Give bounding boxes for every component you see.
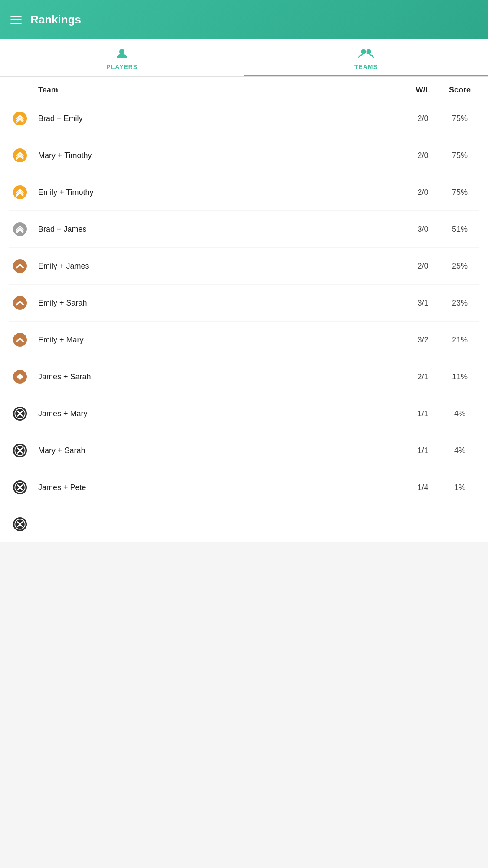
team-name-10: James + Pete: [38, 483, 406, 492]
team-score-10: 1%: [440, 483, 479, 492]
rank-icon-9: [9, 439, 31, 462]
tab-bar: PLAYERS TEAMS: [0, 39, 488, 77]
team-wl-5: 3/1: [406, 299, 440, 308]
rank-icon-6: [9, 329, 31, 351]
svg-point-7: [13, 259, 27, 273]
rank-icon-10: [9, 476, 31, 499]
team-name-6: Emily + Mary: [38, 335, 406, 345]
team-score-4: 25%: [440, 262, 479, 271]
svg-point-2: [366, 49, 371, 54]
team-score-5: 23%: [440, 299, 479, 308]
table-row: Mary + Timothy 2/0 75%: [9, 137, 479, 174]
table-row: Emily + Sarah 3/1 23%: [9, 285, 479, 322]
col-header-score: Score: [440, 85, 479, 95]
menu-button[interactable]: [10, 16, 22, 24]
team-score-9: 4%: [440, 446, 479, 455]
col-header-team: Team: [9, 85, 406, 95]
table-row: Emily + Timothy 2/0 75%: [9, 174, 479, 211]
table-header: Team W/L Score: [9, 77, 479, 100]
team-score-8: 4%: [440, 409, 479, 418]
team-score-1: 75%: [440, 151, 479, 160]
rank-icon-8: [9, 402, 31, 425]
team-wl-10: 1/4: [406, 483, 440, 492]
table-row: Emily + Mary 3/2 21%: [9, 322, 479, 358]
table-row: Brad + James 3/0 51%: [9, 211, 479, 248]
svg-point-9: [13, 333, 27, 347]
team-name-0: Brad + Emily: [38, 114, 406, 123]
team-name-7: James + Sarah: [38, 372, 406, 381]
team-name-9: Mary + Sarah: [38, 446, 406, 455]
team-score-3: 51%: [440, 225, 479, 234]
table-row: Emily + James 2/0 25%: [9, 248, 479, 285]
team-score-6: 21%: [440, 335, 479, 345]
rank-icon-4: [9, 255, 31, 277]
table-row: James + Sarah 2/1 11%: [9, 358, 479, 395]
tab-teams-label: TEAMS: [354, 63, 378, 70]
team-name-4: Emily + James: [38, 262, 406, 271]
team-name-1: Mary + Timothy: [38, 151, 406, 160]
svg-point-4: [13, 148, 27, 162]
tab-teams[interactable]: TEAMS: [244, 39, 488, 76]
table-row: Mary + Sarah 1/1 4%: [9, 432, 479, 469]
tab-players-label: PLAYERS: [106, 63, 138, 70]
svg-point-1: [361, 49, 366, 54]
table-row: [9, 506, 479, 542]
team-score-0: 75%: [440, 114, 479, 123]
team-wl-0: 2/0: [406, 114, 440, 123]
rank-icon-5: [9, 292, 31, 314]
teams-icon: [357, 47, 375, 61]
tab-players[interactable]: PLAYERS: [0, 39, 244, 76]
rank-icon-2: [9, 181, 31, 204]
svg-point-8: [13, 296, 27, 310]
team-score-2: 75%: [440, 188, 479, 197]
team-wl-2: 2/0: [406, 188, 440, 197]
team-name-5: Emily + Sarah: [38, 299, 406, 308]
team-wl-8: 1/1: [406, 409, 440, 418]
table-row: James + Mary 1/1 4%: [9, 395, 479, 432]
team-name-3: Brad + James: [38, 225, 406, 234]
rank-icon: [9, 513, 31, 536]
rank-icon-3: [9, 218, 31, 240]
player-icon: [115, 47, 129, 61]
team-wl-7: 2/1: [406, 372, 440, 381]
team-score-7: 11%: [440, 372, 479, 381]
rank-icon-1: [9, 144, 31, 167]
page-title: Rankings: [30, 13, 81, 26]
svg-point-6: [13, 222, 27, 236]
rankings-table: Team W/L Score Brad + Emily 2/0 75% Mary…: [0, 77, 488, 542]
col-header-wl: W/L: [406, 85, 440, 95]
table-row: Brad + Emily 2/0 75%: [9, 100, 479, 137]
team-wl-9: 1/1: [406, 446, 440, 455]
team-name-2: Emily + Timothy: [38, 188, 406, 197]
team-name-8: James + Mary: [38, 409, 406, 418]
svg-point-5: [13, 185, 27, 199]
table-row: James + Pete 1/4 1%: [9, 469, 479, 506]
table-rows: Brad + Emily 2/0 75% Mary + Timothy 2/0 …: [9, 100, 479, 542]
team-wl-3: 3/0: [406, 225, 440, 234]
rank-icon-0: [9, 107, 31, 130]
team-wl-4: 2/0: [406, 262, 440, 271]
team-wl-6: 3/2: [406, 335, 440, 345]
team-wl-1: 2/0: [406, 151, 440, 160]
rank-icon-7: [9, 365, 31, 388]
svg-point-3: [13, 112, 27, 125]
header: Rankings: [0, 0, 488, 39]
svg-point-0: [119, 49, 124, 54]
